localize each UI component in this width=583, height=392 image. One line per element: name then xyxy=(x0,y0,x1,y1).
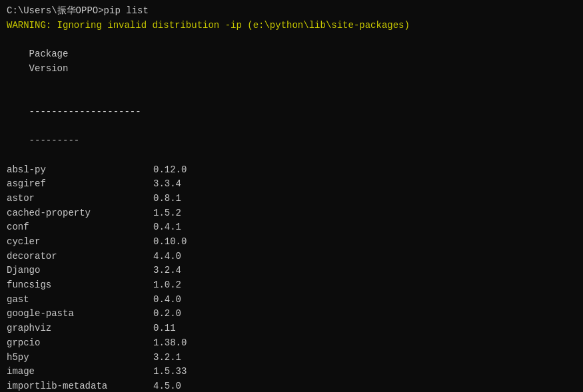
package-name: cached-property xyxy=(7,206,153,221)
package-row: grpcio1.38.0 xyxy=(7,336,576,351)
package-version: 0.11 xyxy=(153,323,176,333)
package-row: absl-py0.12.0 xyxy=(7,163,576,178)
package-name: decorator xyxy=(7,250,153,264)
package-name: grpcio xyxy=(7,336,153,351)
package-name: image xyxy=(7,365,153,379)
header-package: Package xyxy=(29,47,176,62)
package-row: importlib-metadata4.5.0 xyxy=(7,379,576,392)
header-version: Version xyxy=(29,63,69,74)
package-name: conf xyxy=(7,220,153,235)
package-row: cached-property1.5.2 xyxy=(7,206,576,221)
package-name: astor xyxy=(7,192,153,206)
package-row: conf0.4.1 xyxy=(7,220,576,235)
package-name: asgiref xyxy=(7,177,153,192)
package-version: 1.5.2 xyxy=(153,208,181,218)
warning-line: WARNING: Ignoring invalid distribution -… xyxy=(7,19,576,33)
package-name: cycler xyxy=(7,235,153,250)
package-version: 3.2.1 xyxy=(153,352,181,363)
package-version: 1.38.0 xyxy=(153,337,187,348)
package-row: image1.5.33 xyxy=(7,365,576,379)
package-name: google-pasta xyxy=(7,307,153,321)
package-row: h5py3.2.1 xyxy=(7,351,576,365)
package-row: graphviz0.11 xyxy=(7,321,576,336)
header-line: Package Version xyxy=(7,33,576,91)
prompt-line: C:\Users\振华OPPO>pip list xyxy=(7,4,576,19)
package-name: h5py xyxy=(7,351,153,365)
package-version: 0.12.0 xyxy=(153,164,187,175)
package-list: absl-py0.12.0asgiref3.3.4astor0.8.1cache… xyxy=(7,163,576,392)
package-version: 0.10.0 xyxy=(153,236,187,247)
separator-line: -------------------- --------- xyxy=(7,91,576,162)
package-version: 0.4.0 xyxy=(153,294,181,305)
package-version: 3.2.4 xyxy=(153,265,181,276)
package-version: 0.2.0 xyxy=(153,308,181,319)
terminal-window: C:\Users\振华OPPO>pip list WARNING: Ignori… xyxy=(0,0,583,392)
package-version: 0.8.1 xyxy=(153,193,181,204)
package-version: 1.0.2 xyxy=(153,280,181,290)
sep-ver: --------- xyxy=(29,135,80,146)
package-row: astor0.8.1 xyxy=(7,192,576,206)
package-version: 4.4.0 xyxy=(153,251,181,262)
package-version: 1.5.33 xyxy=(153,366,187,377)
package-row: google-pasta0.2.0 xyxy=(7,307,576,321)
package-name: graphviz xyxy=(7,321,153,336)
package-row: Django3.2.4 xyxy=(7,264,576,278)
package-name: absl-py xyxy=(7,163,153,178)
package-version: 0.4.1 xyxy=(153,222,181,232)
package-row: cycler0.10.0 xyxy=(7,235,576,250)
package-name: gast xyxy=(7,293,153,307)
package-row: asgiref3.3.4 xyxy=(7,177,576,192)
package-name: Django xyxy=(7,264,153,278)
package-row: decorator4.4.0 xyxy=(7,250,576,264)
package-version: 3.3.4 xyxy=(153,178,181,189)
package-row: funcsigs1.0.2 xyxy=(7,278,576,293)
sep-pkg: -------------------- xyxy=(29,106,141,117)
package-row: gast0.4.0 xyxy=(7,293,576,307)
package-name: importlib-metadata xyxy=(7,379,153,392)
package-name: funcsigs xyxy=(7,278,153,293)
package-version: 4.5.0 xyxy=(153,381,181,391)
